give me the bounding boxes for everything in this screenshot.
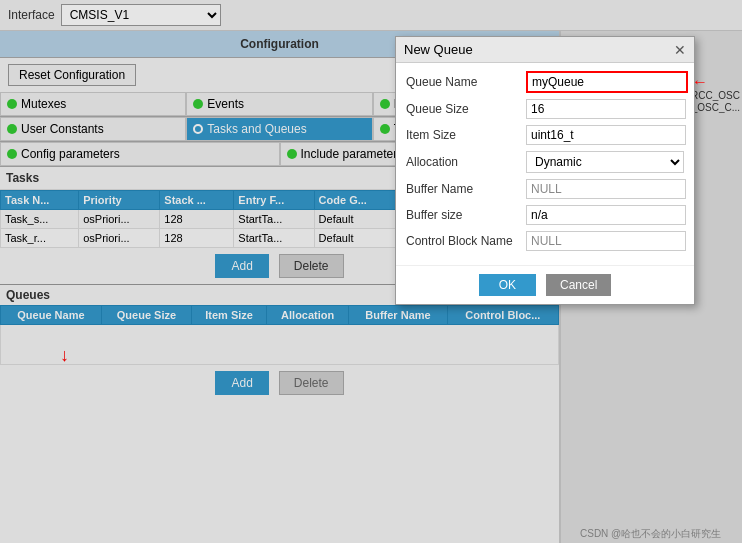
buffer-name-label: Buffer Name bbox=[406, 182, 526, 196]
allocation-select[interactable]: Dynamic Static bbox=[527, 152, 683, 172]
allocation-row: Allocation Dynamic Static bbox=[406, 151, 684, 173]
buffer-name-row: Buffer Name bbox=[406, 179, 684, 199]
control-block-name-label: Control Block Name bbox=[406, 234, 526, 248]
allocation-select-wrap: Dynamic Static bbox=[526, 151, 684, 173]
queue-name-row: Queue Name ← bbox=[406, 71, 684, 93]
arrow-right-icon: ← bbox=[692, 73, 708, 91]
modal-body: Queue Name ← Queue Size Item Size Alloca… bbox=[396, 63, 694, 265]
queue-size-label: Queue Size bbox=[406, 102, 526, 116]
queue-size-row: Queue Size bbox=[406, 99, 684, 119]
cancel-button[interactable]: Cancel bbox=[546, 274, 611, 296]
allocation-label: Allocation bbox=[406, 155, 526, 169]
control-block-name-row: Control Block Name bbox=[406, 231, 684, 251]
queue-name-input[interactable] bbox=[526, 71, 688, 93]
queue-name-label: Queue Name bbox=[406, 75, 526, 89]
modal-footer: OK Cancel bbox=[396, 265, 694, 304]
ok-button[interactable]: OK bbox=[479, 274, 536, 296]
modal-title-bar: New Queue ✕ bbox=[396, 37, 694, 63]
buffer-name-input[interactable] bbox=[526, 179, 686, 199]
modal-title: New Queue bbox=[404, 42, 473, 57]
modal-close-button[interactable]: ✕ bbox=[674, 43, 686, 57]
queue-size-input[interactable] bbox=[526, 99, 686, 119]
item-size-input[interactable] bbox=[526, 125, 686, 145]
item-size-row: Item Size bbox=[406, 125, 684, 145]
buffer-size-label: Buffer size bbox=[406, 208, 526, 222]
buffer-size-row: Buffer size bbox=[406, 205, 684, 225]
buffer-size-input[interactable] bbox=[526, 205, 686, 225]
item-size-label: Item Size bbox=[406, 128, 526, 142]
control-block-name-input[interactable] bbox=[526, 231, 686, 251]
new-queue-dialog: New Queue ✕ Queue Name ← Queue Size Item… bbox=[395, 36, 695, 305]
